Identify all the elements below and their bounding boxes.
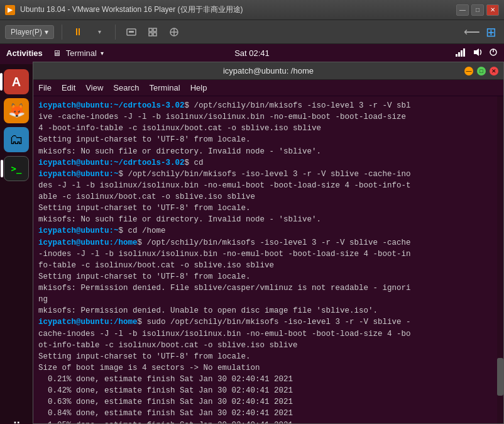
- vmware-title-controls: — □ ✕: [456, 4, 499, 16]
- terminal-line-17: 0.42% done, estimate finish Sat Jan 30 0…: [38, 385, 498, 396]
- terminal-line-1b: ive -cache-inodes -J -l -b isolinux/isol…: [38, 111, 498, 123]
- dock-item-terminal[interactable]: >_: [4, 156, 29, 181]
- terminal-scrollbar[interactable]: [497, 96, 503, 423]
- terminal-menu-icon: 🖥: [53, 48, 61, 58]
- terminal-line-20: 1.05% done, estimate finish Sat Jan 30 0…: [38, 420, 498, 424]
- toolbar-separator-1: [62, 25, 62, 40]
- vmware-toolbar: Player(P) ▾ ⏸ ▾ ⟵ ⊞: [0, 20, 504, 44]
- terminal-line-9b: -inodes -J -l -b isolinux/isolinux.bin -…: [38, 248, 498, 260]
- terminal-line-14: Setting input-charset to 'UTF-8' from lo…: [38, 351, 498, 362]
- ubuntu-dock: A 🦊 🗂 >_ ⠿: [0, 64, 33, 424]
- unity-button[interactable]: [166, 24, 182, 40]
- player-menu-button[interactable]: Player(P) ▾: [5, 25, 54, 39]
- terminal-line-5c: able -c isolinux/boot.cat -o sblive.iso …: [38, 191, 498, 203]
- svg-rect-4: [149, 33, 152, 36]
- svg-rect-2: [149, 28, 152, 31]
- terminal-menu-edit[interactable]: Edit: [62, 83, 75, 92]
- terminal-menu-file[interactable]: File: [38, 83, 52, 92]
- svg-rect-11: [461, 50, 463, 57]
- ubuntu-desktop: Activities 🖥 Terminal ▾ Sat 02:41 A 🦊: [0, 44, 504, 424]
- send-ctrl-alt-del-button[interactable]: [123, 24, 140, 40]
- vmware-minimize-button[interactable]: —: [456, 4, 469, 16]
- prompt-1: icypatch@ubuntu:~/cdrtools-3.02: [38, 101, 185, 110]
- terminal-menu-chevron: ▾: [101, 50, 104, 57]
- terminal-menubar: File Edit View Search Terminal Help: [33, 80, 503, 96]
- vmware-titlebar: ▶ Ubuntu 18.04 - VMware Workstation 16 P…: [0, 0, 504, 20]
- terminal-line-2: Setting input-charset to 'UTF-8' from lo…: [38, 134, 498, 145]
- svg-rect-9: [456, 54, 457, 57]
- terminal-title: icypatch@ubuntu: /home: [223, 66, 314, 75]
- terminal-line-16: 0.21% done, estimate finish Sat Jan 30 0…: [38, 374, 498, 385]
- terminal-line-10: Setting input-charset to 'UTF-8' from lo…: [38, 271, 498, 282]
- firefox-icon: 🦊: [8, 103, 25, 119]
- terminal-maximize-button[interactable]: □: [477, 67, 486, 75]
- dock-item-app-store[interactable]: A: [4, 69, 29, 94]
- power-icon[interactable]: [489, 48, 498, 59]
- terminal-minimize-button[interactable]: —: [464, 67, 473, 75]
- terminal-line-5b: des -J -l -b isolinux/isolinux.bin -no-e…: [38, 180, 498, 191]
- topbar-right-area: [455, 48, 498, 59]
- svg-rect-3: [153, 28, 156, 31]
- terminal-line-4: icypatch@ubuntu:~/cdrtools-3.02$ cd: [38, 157, 498, 169]
- pause-dropdown-button[interactable]: ▾: [91, 24, 107, 40]
- terminal-menu-label: Terminal: [66, 48, 97, 58]
- ubuntu-topbar: Activities 🖥 Terminal ▾ Sat 02:41: [0, 44, 504, 62]
- terminal-menu-search[interactable]: Search: [113, 83, 139, 92]
- network-icon[interactable]: [455, 48, 466, 59]
- terminal-line-3: mkisofs: No such file or directory. Inva…: [38, 146, 498, 157]
- vmware-icon: ▶: [5, 5, 15, 15]
- terminal-line-1: icypatch@ubuntu:~/cdrtools-3.02$ /opt/sc…: [38, 100, 498, 111]
- terminal-line-9c: fo-table -c isolinux/boot.cat -o sblive.…: [38, 260, 498, 271]
- terminal-dock-icon: >_: [11, 164, 22, 174]
- vmware-green-icon[interactable]: ⊞: [483, 24, 499, 40]
- terminal-line-8: icypatch@ubuntu:~$ cd /home: [38, 225, 498, 237]
- terminal-line-6: Setting input-charset to 'UTF-8' from lo…: [38, 203, 498, 214]
- vmware-close-button[interactable]: ✕: [486, 4, 499, 16]
- svg-rect-5: [153, 33, 156, 36]
- svg-rect-10: [458, 52, 460, 57]
- terminal-line-9: icypatch@ubuntu:/home$ /opt/schily/bin/m…: [38, 237, 498, 248]
- terminal-titlebar: icypatch@ubuntu: /home — □ ✕: [33, 62, 503, 80]
- files-icon: 🗂: [9, 131, 23, 148]
- terminal-content[interactable]: icypatch@ubuntu:~/cdrtools-3.02$ /opt/sc…: [33, 96, 503, 423]
- terminal-line-7: mkisofs: No such file or directory. Inva…: [38, 214, 498, 225]
- dock-item-apps-grid[interactable]: ⠿: [4, 414, 29, 424]
- terminal-line-5: icypatch@ubuntu:~$ /opt/schily/bin/mkiso…: [38, 169, 498, 180]
- toolbar-right: ⟵ ⊞: [464, 24, 499, 40]
- terminal-line-11b: ng: [38, 294, 498, 305]
- svg-rect-12: [463, 48, 465, 57]
- apps-grid-icon: ⠿: [13, 420, 21, 424]
- vmware-title-text: Ubuntu 18.04 - VMware Workstation 16 Pla…: [20, 4, 243, 15]
- system-clock: Sat 02:41: [234, 48, 270, 58]
- terminal-line-1c: 4 -boot-info-table -c isolinux/boot.cat …: [38, 123, 498, 134]
- svg-rect-1: [129, 31, 134, 33]
- terminal-window-controls: — □ ✕: [464, 67, 498, 75]
- terminal-app-menu[interactable]: 🖥 Terminal ▾: [53, 48, 104, 58]
- terminal-window: icypatch@ubuntu: /home — □ ✕ File Edit V…: [33, 62, 504, 424]
- terminal-line-13c: ot-info-table -c isolinux/boot.cat -o sb…: [38, 340, 498, 351]
- terminal-scrollbar-thumb[interactable]: [497, 358, 503, 396]
- dock-item-firefox[interactable]: 🦊: [4, 98, 29, 123]
- terminal-line-11: mkisofs: Permission denied. File sblive/…: [38, 282, 498, 294]
- terminal-line-15: Size of boot image is 4 sectors -> No em…: [38, 362, 498, 374]
- terminal-line-19: 0.84% done, estimate finish Sat Jan 30 0…: [38, 408, 498, 419]
- dock-item-files[interactable]: 🗂: [4, 127, 29, 152]
- pause-button[interactable]: ⏸: [70, 24, 86, 40]
- terminal-line-18: 0.63% done, estimate finish Sat Jan 30 0…: [38, 396, 498, 408]
- terminal-menu-terminal[interactable]: Terminal: [150, 83, 180, 92]
- app-store-icon: A: [12, 75, 21, 89]
- volume-icon[interactable]: [473, 48, 483, 59]
- terminal-line-13: icypatch@ubuntu:/home$ sudo /opt/schily/…: [38, 316, 498, 328]
- terminal-close-button[interactable]: ✕: [490, 67, 498, 75]
- terminal-line-12: mkisofs: Permission denied. Unable to op…: [38, 305, 498, 316]
- toolbar-separator-2: [115, 25, 116, 40]
- full-screen-button[interactable]: [145, 24, 161, 40]
- terminal-line-13b: cache-inodes -J -l -b isolinux/isolinux.…: [38, 328, 498, 340]
- terminal-menu-view[interactable]: View: [85, 83, 103, 92]
- svg-marker-13: [474, 48, 479, 56]
- go-back-button[interactable]: ⟵: [464, 24, 480, 40]
- player-label: Player(P): [11, 28, 42, 36]
- activities-button[interactable]: Activities: [6, 48, 43, 58]
- terminal-menu-help[interactable]: Help: [190, 83, 207, 92]
- vmware-maximize-button[interactable]: □: [471, 4, 484, 16]
